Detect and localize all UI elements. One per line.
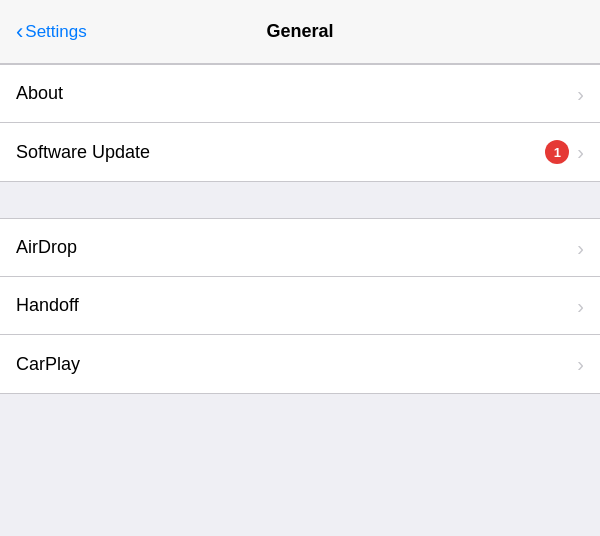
carplay-row[interactable]: CarPlay › (0, 335, 600, 393)
airdrop-label: AirDrop (16, 237, 77, 258)
about-row-right: › (577, 84, 584, 104)
section-1-group: About › Software Update 1 › (0, 64, 600, 182)
handoff-label: Handoff (16, 295, 79, 316)
nav-bar: ‹ Settings General (0, 0, 600, 64)
airdrop-row-left: AirDrop (16, 237, 577, 258)
software-update-row[interactable]: Software Update 1 › (0, 123, 600, 181)
software-update-row-left: Software Update (16, 142, 545, 163)
back-label: Settings (25, 22, 86, 42)
back-button[interactable]: ‹ Settings (8, 13, 95, 51)
section-separator (0, 182, 600, 218)
handoff-row-left: Handoff (16, 295, 577, 316)
handoff-chevron-icon: › (577, 296, 584, 316)
airdrop-row[interactable]: AirDrop › (0, 219, 600, 277)
about-label: About (16, 83, 63, 104)
software-update-chevron-icon: › (577, 142, 584, 162)
airdrop-row-right: › (577, 238, 584, 258)
software-update-row-right: 1 › (545, 140, 584, 164)
carplay-row-left: CarPlay (16, 354, 577, 375)
handoff-row-right: › (577, 296, 584, 316)
carplay-row-right: › (577, 354, 584, 374)
back-chevron-icon: ‹ (16, 21, 23, 43)
airdrop-chevron-icon: › (577, 238, 584, 258)
page-title: General (266, 21, 333, 42)
about-row[interactable]: About › (0, 65, 600, 123)
about-chevron-icon: › (577, 84, 584, 104)
section-2-group: AirDrop › Handoff › CarPlay › (0, 218, 600, 394)
about-row-left: About (16, 83, 577, 104)
software-update-label: Software Update (16, 142, 150, 163)
handoff-row[interactable]: Handoff › (0, 277, 600, 335)
carplay-label: CarPlay (16, 354, 80, 375)
software-update-badge: 1 (545, 140, 569, 164)
carplay-chevron-icon: › (577, 354, 584, 374)
